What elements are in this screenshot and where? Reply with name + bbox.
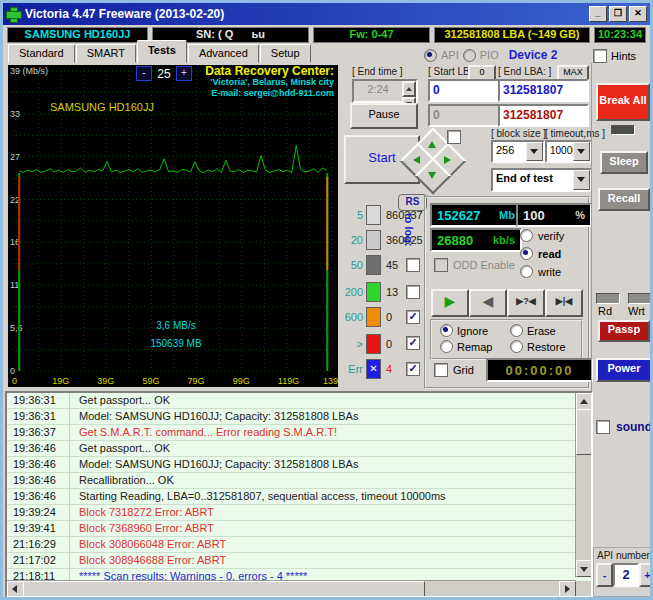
hints-group: Hints [593,49,636,63]
timer-value: 00:00:00 [505,363,573,378]
tab-standard[interactable]: Standard [8,44,75,63]
restore-radio[interactable] [510,340,523,353]
end-time-spinner[interactable]: 2:24 [352,79,418,103]
chevron-down-icon[interactable] [573,142,590,161]
svg-text:3,6 MB/s: 3,6 MB/s [156,320,195,331]
skip-end-button[interactable]: ▶|◀ [545,289,583,317]
chevron-down-icon[interactable] [573,170,590,190]
sleep-button[interactable]: Sleep [600,151,648,174]
mode-read[interactable]: read [520,247,561,260]
tab-setup[interactable]: Setup [260,44,311,63]
log-row[interactable]: 19:39:24Block 7318272 Error: ABRT [7,505,575,521]
start-lba-input[interactable]: 0 [428,79,500,102]
log-row[interactable]: 19:36:46Recallibration... OK [7,473,575,489]
mode-verify[interactable]: verify [520,229,564,242]
erase-radio[interactable] [510,324,523,337]
defect-erase[interactable]: Erase [510,324,556,337]
log-200ms-checkbox[interactable] [406,285,420,299]
write-radio[interactable] [520,265,533,278]
event-log[interactable]: 19:36:31Get passport... OK19:36:31Model:… [5,391,593,598]
log-hscroll-thumb[interactable] [23,581,425,597]
log-600ms-checkbox[interactable] [406,310,420,324]
averaging-plus-button[interactable]: + [176,66,192,81]
defect-restore[interactable]: Restore [510,340,566,353]
scroll-down-icon[interactable] [576,560,593,577]
pause-button[interactable]: Pause [350,103,418,129]
api-minus-button[interactable]: - [596,563,613,587]
legend-color-200ms [366,282,381,302]
test-controls: [ End time ] 2:24 [ Start LBA: ] 0 [ End… [341,63,589,389]
log-row[interactable]: 19:36:31Model: SAMSUNG HD160JJ; Capacity… [7,409,575,425]
chevron-down-icon[interactable] [526,142,543,161]
drive-model: SAMSUNG HD160JJ [7,27,148,43]
defect-remap[interactable]: Remap [440,340,492,353]
skip-question-button[interactable]: ▶?◀ [507,289,545,317]
mode-write[interactable]: write [520,265,561,278]
power-button[interactable]: Power [596,358,652,382]
log-row[interactable]: 19:39:41Block 7368960 Error: ABRT [7,521,575,537]
log-row[interactable]: 19:36:46Get passport... OK [7,441,575,457]
log-message: Get passport... OK [70,441,170,456]
legend-count: 4 [386,363,392,375]
scroll-up-icon[interactable] [576,393,593,410]
scroll-left-icon[interactable] [7,581,24,598]
sound-checkbox[interactable] [596,420,610,434]
spin-up-icon[interactable] [402,81,416,97]
pio-radio[interactable] [463,49,476,62]
averaging-minus-button[interactable]: - [136,66,152,81]
log-over-checkbox[interactable] [406,336,420,350]
hints-checkbox[interactable] [593,49,607,63]
log-row[interactable]: 19:36:46Model: SAMSUNG HD160JJ; Capacity… [7,457,575,473]
api-radio[interactable] [424,49,437,62]
percent-unit: % [575,209,585,221]
end-lba-input[interactable]: 312581807 [498,79,589,102]
title-bar[interactable]: Victoria 4.47 Freeware (2013-02-20) _ ❐ … [3,3,650,25]
legend-color-err: ✕ [366,359,381,379]
end-action-select[interactable]: End of test [491,168,592,192]
play-button[interactable]: ▶ [431,289,469,317]
timeout-select[interactable]: 10000 [545,140,592,163]
recall-button[interactable]: Recall [598,188,650,211]
break-all-button[interactable]: Break All [596,83,650,121]
tab-advanced[interactable]: Advanced [188,44,259,63]
tab-tests[interactable]: Tests [137,40,187,63]
defect-ignore[interactable]: Ignore [440,324,488,337]
minimize-button[interactable]: _ [589,6,607,22]
log-row[interactable]: 19:36:46Starting Reading, LBA=0..3125818… [7,489,575,505]
log-err-checkbox[interactable] [406,362,420,376]
pio-label: PIO [480,49,499,61]
log-message: Get S.M.A.R.T. command... Error reading … [70,425,337,440]
tab-smart[interactable]: SMART [76,44,136,63]
log-horizontal-scrollbar[interactable] [7,580,576,596]
api-plus-button[interactable]: + [639,563,653,587]
legend-color-5ms [366,205,381,225]
log-time: 19:36:31 [7,409,70,424]
grid-checkbox[interactable] [434,363,448,377]
read-radio[interactable] [520,247,533,260]
svg-text:27: 27 [10,152,20,162]
close-button[interactable]: ✕ [629,6,647,22]
svg-text:39G: 39G [97,376,114,386]
log-row[interactable]: 21:16:29Block 308066048 Error: ABRT [7,537,575,553]
log-row[interactable]: 19:36:37Get S.M.A.R.T. command... Error … [7,425,575,441]
maximize-button[interactable]: ❐ [609,6,627,22]
remap-radio[interactable] [440,340,453,353]
rs-button[interactable]: RS [398,194,427,211]
log-vertical-scrollbar[interactable] [575,393,591,577]
verify-radio[interactable] [520,229,533,242]
end-time-spin-buttons[interactable] [402,81,416,101]
legend-row: Err ✕ 4 [341,359,392,379]
averaging-spinner: - 25 + [136,66,192,81]
log-50ms-checkbox[interactable] [406,258,420,272]
log-row[interactable]: 19:36:31Get passport... OK [7,393,575,409]
rewind-button[interactable]: ◀ [469,289,507,317]
ignore-radio[interactable] [440,324,453,337]
odd-enable-checkbox[interactable] [434,258,448,272]
passp-button[interactable]: Passp [598,320,650,342]
log-row[interactable]: 21:17:02Block 308946688 Error: ABRT [7,553,575,569]
log-vscroll-thumb[interactable] [576,409,592,455]
block-size-select[interactable]: 256 [491,140,545,163]
jog-option-checkbox[interactable] [447,130,461,144]
api-number-stepper: - 2 + [596,563,653,587]
scroll-right-icon[interactable] [559,581,576,598]
